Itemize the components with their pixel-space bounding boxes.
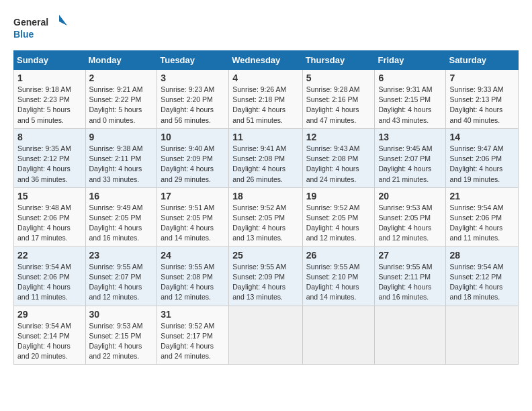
day-detail: Sunrise: 9:43 AM Sunset: 2:08 PM Dayligh… [306,144,371,185]
day-cell: 1Sunrise: 9:18 AM Sunset: 2:23 PM Daylig… [14,70,86,129]
logo: General Blue [13,13,67,44]
column-header-sunday: Sunday [14,51,86,70]
day-detail: Sunrise: 9:48 AM Sunset: 2:06 PM Dayligh… [17,203,82,244]
day-detail: Sunrise: 9:55 AM Sunset: 2:08 PM Dayligh… [161,262,225,303]
day-cell: 2Sunrise: 9:21 AM Sunset: 2:22 PM Daylig… [85,70,157,129]
day-number: 14 [449,132,515,142]
day-detail: Sunrise: 9:38 AM Sunset: 2:11 PM Dayligh… [89,144,154,185]
day-cell: 3Sunrise: 9:23 AM Sunset: 2:20 PM Daylig… [157,70,229,129]
day-cell: 19Sunrise: 9:52 AM Sunset: 2:05 PM Dayli… [302,187,375,246]
day-detail: Sunrise: 9:53 AM Sunset: 2:05 PM Dayligh… [378,203,442,244]
day-cell [446,306,519,365]
day-cell: 15Sunrise: 9:48 AM Sunset: 2:06 PM Dayli… [14,187,86,246]
day-number: 24 [161,250,225,261]
day-number: 21 [449,191,515,201]
svg-text:General: General [13,17,48,28]
day-detail: Sunrise: 9:52 AM Sunset: 2:17 PM Dayligh… [161,321,225,362]
day-number: 20 [378,191,442,201]
day-detail: Sunrise: 9:54 AM Sunset: 2:06 PM Dayligh… [17,262,82,303]
day-detail: Sunrise: 9:49 AM Sunset: 2:05 PM Dayligh… [89,203,154,244]
day-number: 4 [232,73,298,83]
day-number: 17 [161,191,225,201]
day-number: 5 [306,73,371,83]
day-cell: 7Sunrise: 9:33 AM Sunset: 2:13 PM Daylig… [446,70,519,129]
day-cell: 22Sunrise: 9:54 AM Sunset: 2:06 PM Dayli… [14,246,86,306]
day-cell: 28Sunrise: 9:54 AM Sunset: 2:12 PM Dayli… [446,246,519,306]
day-number: 3 [161,73,225,83]
day-cell: 10Sunrise: 9:40 AM Sunset: 2:09 PM Dayli… [157,128,229,187]
day-cell: 31Sunrise: 9:52 AM Sunset: 2:17 PM Dayli… [157,306,229,365]
day-number: 12 [306,132,371,142]
day-cell: 18Sunrise: 9:52 AM Sunset: 2:05 PM Dayli… [229,187,302,246]
day-number: 22 [17,250,82,261]
page-header: General Blue [13,13,519,44]
day-cell: 26Sunrise: 9:55 AM Sunset: 2:10 PM Dayli… [302,246,375,306]
week-row-3: 15Sunrise: 9:48 AM Sunset: 2:06 PM Dayli… [14,187,519,246]
column-header-saturday: Saturday [446,51,519,70]
day-cell: 12Sunrise: 9:43 AM Sunset: 2:08 PM Dayli… [302,128,375,187]
day-number: 23 [89,250,154,261]
day-detail: Sunrise: 9:53 AM Sunset: 2:15 PM Dayligh… [89,321,154,362]
day-cell: 8Sunrise: 9:35 AM Sunset: 2:12 PM Daylig… [14,128,86,187]
day-detail: Sunrise: 9:26 AM Sunset: 2:18 PM Dayligh… [232,85,298,126]
day-number: 31 [161,309,225,320]
week-row-4: 22Sunrise: 9:54 AM Sunset: 2:06 PM Dayli… [14,246,519,306]
day-detail: Sunrise: 9:55 AM Sunset: 2:10 PM Dayligh… [306,262,371,303]
header-row: SundayMondayTuesdayWednesdayThursdayFrid… [14,51,519,70]
day-detail: Sunrise: 9:52 AM Sunset: 2:05 PM Dayligh… [306,203,371,244]
day-number: 11 [232,132,298,142]
day-detail: Sunrise: 9:21 AM Sunset: 2:22 PM Dayligh… [89,85,154,126]
day-detail: Sunrise: 9:47 AM Sunset: 2:06 PM Dayligh… [449,144,515,185]
week-row-5: 29Sunrise: 9:54 AM Sunset: 2:14 PM Dayli… [14,306,519,365]
day-number: 2 [89,73,154,83]
day-detail: Sunrise: 9:35 AM Sunset: 2:12 PM Dayligh… [17,144,82,185]
day-cell: 30Sunrise: 9:53 AM Sunset: 2:15 PM Dayli… [85,306,157,365]
column-header-friday: Friday [375,51,446,70]
day-cell: 9Sunrise: 9:38 AM Sunset: 2:11 PM Daylig… [85,128,157,187]
svg-text:Blue: Blue [13,29,34,40]
day-detail: Sunrise: 9:55 AM Sunset: 2:07 PM Dayligh… [89,262,154,303]
day-number: 1 [17,73,82,83]
day-cell: 14Sunrise: 9:47 AM Sunset: 2:06 PM Dayli… [446,128,519,187]
day-cell: 29Sunrise: 9:54 AM Sunset: 2:14 PM Dayli… [14,306,86,365]
day-detail: Sunrise: 9:54 AM Sunset: 2:14 PM Dayligh… [17,321,82,362]
logo-svg: General Blue [13,13,67,44]
week-row-2: 8Sunrise: 9:35 AM Sunset: 2:12 PM Daylig… [14,128,519,187]
day-number: 9 [89,132,154,142]
day-number: 10 [161,132,225,142]
day-cell: 16Sunrise: 9:49 AM Sunset: 2:05 PM Dayli… [85,187,157,246]
day-detail: Sunrise: 9:23 AM Sunset: 2:20 PM Dayligh… [161,85,225,126]
column-header-wednesday: Wednesday [229,51,302,70]
day-number: 15 [17,191,82,201]
day-detail: Sunrise: 9:18 AM Sunset: 2:23 PM Dayligh… [17,85,82,126]
day-cell: 25Sunrise: 9:55 AM Sunset: 2:09 PM Dayli… [229,246,302,306]
day-number: 18 [232,191,298,201]
day-cell: 21Sunrise: 9:54 AM Sunset: 2:06 PM Dayli… [446,187,519,246]
day-cell: 6Sunrise: 9:31 AM Sunset: 2:15 PM Daylig… [375,70,446,129]
day-cell [375,306,446,365]
column-header-thursday: Thursday [302,51,375,70]
day-number: 29 [17,309,82,320]
column-header-monday: Monday [85,51,157,70]
day-number: 8 [17,132,82,142]
day-detail: Sunrise: 9:55 AM Sunset: 2:11 PM Dayligh… [378,262,442,303]
day-number: 26 [306,250,371,261]
day-cell: 11Sunrise: 9:41 AM Sunset: 2:08 PM Dayli… [229,128,302,187]
day-cell: 4Sunrise: 9:26 AM Sunset: 2:18 PM Daylig… [229,70,302,129]
svg-marker-2 [59,15,67,26]
day-cell: 20Sunrise: 9:53 AM Sunset: 2:05 PM Dayli… [375,187,446,246]
day-cell: 27Sunrise: 9:55 AM Sunset: 2:11 PM Dayli… [375,246,446,306]
day-detail: Sunrise: 9:51 AM Sunset: 2:05 PM Dayligh… [161,203,225,244]
day-number: 7 [449,73,515,83]
day-cell: 5Sunrise: 9:28 AM Sunset: 2:16 PM Daylig… [302,70,375,129]
day-detail: Sunrise: 9:33 AM Sunset: 2:13 PM Dayligh… [449,85,515,126]
day-detail: Sunrise: 9:28 AM Sunset: 2:16 PM Dayligh… [306,85,371,126]
day-detail: Sunrise: 9:55 AM Sunset: 2:09 PM Dayligh… [232,262,298,303]
day-number: 6 [378,73,442,83]
day-number: 13 [378,132,442,142]
day-detail: Sunrise: 9:40 AM Sunset: 2:09 PM Dayligh… [161,144,225,185]
day-cell [229,306,302,365]
day-number: 25 [232,250,298,261]
day-cell: 24Sunrise: 9:55 AM Sunset: 2:08 PM Dayli… [157,246,229,306]
day-cell [302,306,375,365]
